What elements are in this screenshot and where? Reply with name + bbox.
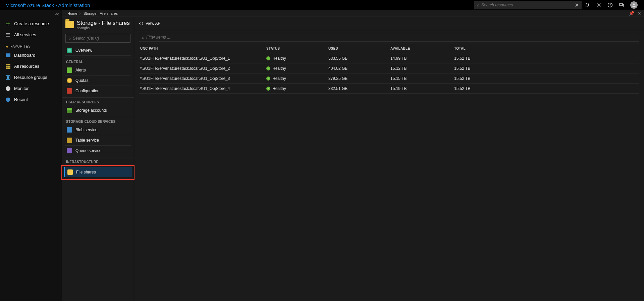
clear-search-icon[interactable]: ✕ [575,2,579,8]
settings-icon[interactable] [593,0,604,10]
view-api-button[interactable]: View API [139,21,162,26]
cell-total: 15.52 TB [454,76,639,81]
nav-all-resources[interactable]: All resources [0,61,62,72]
resource-menu: Storage - File shares shanghai ⌕ Overvie… [62,17,134,301]
cell-status: Healthy [266,86,328,91]
breadcrumb-home[interactable]: Home [67,11,77,15]
resmenu-label: Queue service [75,148,101,153]
nav-item-label: Recent [14,97,28,102]
resmenu-alerts[interactable]: Alerts [63,65,132,75]
resmenu-label: Alerts [75,68,86,72]
resmenu-label: File shares [76,170,96,174]
resmenu-queue[interactable]: Queue service [63,146,132,156]
cell-status: Healthy [266,66,328,71]
resmenu-label: Configuration [75,89,99,93]
toolbar-label: View API [146,21,162,26]
col-unc[interactable]: UNC PATH [139,47,266,50]
close-icon[interactable]: ✕ [638,11,641,16]
col-available[interactable]: AVAILABLE [390,47,454,50]
global-search[interactable]: ⌕ ✕ [474,1,582,9]
status-healthy-icon [266,87,270,91]
resmenu-configuration[interactable]: Configuration [63,86,132,96]
nav-recent[interactable]: Recent [0,94,62,105]
help-icon[interactable] [604,0,616,10]
svg-rect-6 [6,53,10,54]
resmenu-quotas[interactable]: Quotas [63,76,132,86]
resmenu-file-shares[interactable]: File shares [64,167,132,177]
table-row[interactable]: \\SU1FileServer.azurestack.local\SU1_Obj… [139,73,639,84]
file-shares-table: UNC PATH STATUS USED AVAILABLE TOTAL \\S… [139,44,639,94]
svg-point-2 [610,6,610,6]
global-search-input[interactable] [481,3,573,7]
filter-box[interactable]: ⌕ [139,33,639,42]
table-header: UNC PATH STATUS USED AVAILABLE TOTAL [139,44,639,53]
nav-create-resource[interactable]: Create a resource [0,18,62,29]
status-healthy-icon [266,66,270,70]
notifications-icon[interactable] [582,0,593,10]
table-row[interactable]: \\SU1FileServer.azurestack.local\SU1_Obj… [139,53,639,63]
top-bar: Microsoft Azure Stack - Administration ⌕… [0,0,644,10]
resmenu-section-user: USER RESOURCES [62,97,134,105]
col-used[interactable]: USED [328,47,390,50]
breadcrumb-current: Storage - File shares [84,11,118,15]
resmenu-blob[interactable]: Blob service [63,125,132,135]
cell-used: 404.02 GB [328,66,390,71]
status-healthy-icon [266,56,270,60]
search-icon: ⌕ [68,36,71,41]
nav-item-label: Dashboard [14,53,36,58]
col-total[interactable]: TOTAL [454,47,639,50]
resmenu-section-general: GENERAL [62,57,134,65]
user-avatar[interactable] [627,0,641,10]
svg-rect-7 [6,64,7,65]
cell-status: Healthy [266,56,328,61]
nav-resource-groups[interactable]: Resource groups [0,72,62,83]
status-healthy-icon [266,77,270,81]
resmenu-overview[interactable]: Overview [63,45,132,55]
nav-collapse-icon[interactable]: ≪ [0,12,62,18]
search-icon: ⌕ [477,3,479,7]
search-icon: ⌕ [142,35,144,40]
cell-total: 15.52 TB [454,56,639,61]
nav-monitor[interactable]: Monitor [0,83,62,94]
feedback-icon[interactable] [616,0,627,10]
cell-unc: \\SU1FileServer.azurestack.local\SU1_Obj… [139,86,266,91]
svg-point-4 [633,3,635,5]
nav-item-label: All resources [14,64,39,69]
table-icon [67,138,72,143]
left-nav: ≪ Create a resource All services ★ FAVOR… [0,10,62,301]
pin-icon[interactable]: 📌 [629,11,634,16]
resource-menu-search[interactable]: ⌕ [65,34,130,43]
cell-available: 14.99 TB [390,56,454,61]
star-icon: ★ [5,45,9,48]
table-row[interactable]: \\SU1FileServer.azurestack.local\SU1_Obj… [139,63,639,73]
nav-dashboard[interactable]: Dashboard [0,50,62,61]
nav-item-label: Create a resource [14,21,49,26]
svg-rect-13 [6,67,7,69]
cell-used: 332.51 GB [328,86,390,91]
cell-total: 15.52 TB [454,86,639,91]
cell-unc: \\SU1FileServer.azurestack.local\SU1_Obj… [139,76,266,81]
resource-menu-search-input[interactable] [73,36,127,41]
nav-item-label: All services [14,32,36,37]
cell-used: 533.55 GB [328,56,390,61]
resmenu-label: Quotas [75,78,89,83]
resmenu-table[interactable]: Table service [63,135,132,145]
resmenu-label: Overview [75,48,92,53]
nav-all-services[interactable]: All services [0,29,62,40]
blob-icon [67,127,72,133]
svg-rect-3 [620,3,623,6]
blade-subtitle: shanghai [77,26,130,30]
col-status[interactable]: STATUS [266,47,328,50]
blade-title: Storage - File shares [77,20,130,26]
svg-rect-14 [7,67,9,69]
fileshare-icon [67,169,73,175]
resmenu-storage-accounts[interactable]: Storage accounts [63,105,132,115]
svg-rect-9 [9,64,10,65]
filter-input[interactable] [146,35,636,40]
table-row[interactable]: \\SU1FileServer.azurestack.local\SU1_Obj… [139,84,639,94]
svg-rect-11 [7,66,9,67]
nav-favorites-header: ★ FAVORITES [0,43,62,50]
resmenu-label: Table service [75,138,99,143]
queue-icon [67,148,72,153]
cell-used: 379.25 GB [328,76,390,81]
